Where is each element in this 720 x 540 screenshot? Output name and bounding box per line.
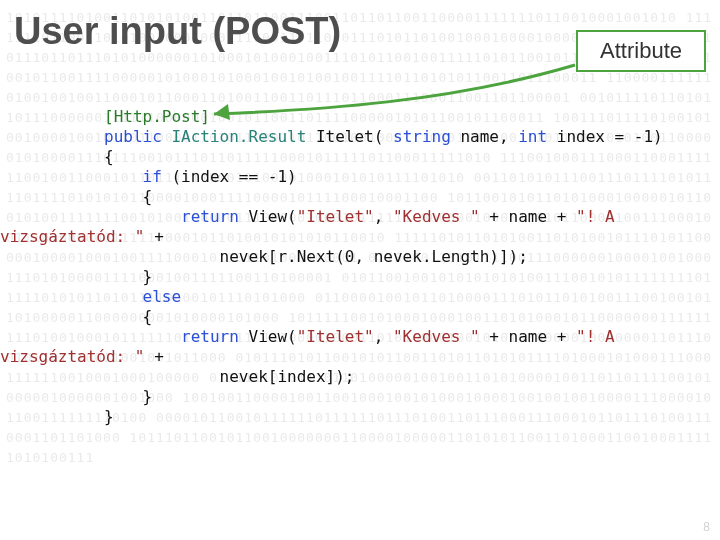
code-line: { (104, 147, 114, 166)
code-line: return View("Itelet", "Kedves " + name +… (104, 327, 615, 346)
code-line: public IAction.Result Itelet( string nam… (104, 127, 663, 146)
code-line: vizsgáztatód: " + (0, 347, 164, 366)
code-line: vizsgáztatód: " + (0, 227, 173, 246)
code-line: return View("Itelet", "Kedves " + name +… (104, 207, 615, 226)
code-line: { (104, 307, 152, 326)
page-number: 8 (703, 520, 710, 534)
code-line: } (104, 387, 152, 406)
code-line: { (104, 187, 152, 206)
code-line: [Http.Post] (104, 107, 210, 126)
attribute-callout: Attribute (576, 30, 706, 72)
code-line: nevek[index]); (104, 367, 354, 386)
code-line: else (104, 287, 181, 306)
code-line: if (index == -1) (104, 167, 297, 186)
code-line: } (104, 267, 152, 286)
code-block: [Http.Post] public IAction.Result Itelet… (104, 87, 720, 427)
code-line: } (104, 407, 114, 426)
code-line: nevek[r.Next(0, nevek.Length)]); (104, 247, 528, 266)
